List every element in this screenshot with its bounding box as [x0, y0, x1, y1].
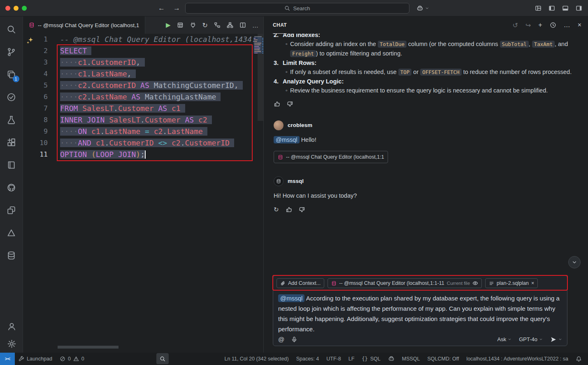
thumbs-down-icon[interactable]	[287, 101, 293, 107]
new-chat-icon[interactable]: +	[538, 21, 542, 29]
chat-input-box[interactable]: Add Context... -- @mssql Chat Query Edit…	[273, 275, 567, 346]
code-line[interactable]: 9····ON c1.LastName = c2.LastName	[23, 126, 263, 137]
code-line[interactable]: 2SELECT	[23, 45, 263, 57]
message-attachment-chip[interactable]: -- @mssql Chat Query Editor (localhost,1…	[274, 151, 388, 163]
change-connection-icon[interactable]: ↻	[202, 21, 208, 29]
thumbs-down-icon[interactable]	[299, 205, 305, 214]
context-chip-file[interactable]: -- @mssql Chat Query Editor (localhost,1…	[328, 278, 482, 288]
split-editor-icon[interactable]	[239, 22, 246, 28]
maximize-window-button[interactable]	[22, 6, 27, 11]
toggle-sidebar-icon[interactable]	[548, 5, 555, 12]
more-actions-icon[interactable]: …	[252, 22, 258, 29]
sidebar-item-run-debug[interactable]	[0, 109, 23, 131]
code-token: .	[100, 127, 105, 136]
send-button[interactable]	[550, 336, 562, 343]
sidebar-item-sql-server[interactable]	[0, 244, 23, 267]
sidebar-item-azure[interactable]	[0, 222, 23, 244]
inline-code: Freight	[290, 50, 316, 57]
estimated-plan-icon[interactable]	[214, 22, 221, 28]
model-dropdown[interactable]: GPT-4o	[519, 336, 543, 342]
accounts-button[interactable]	[0, 321, 23, 332]
code-line[interactable]: 3····c1.CustomerID,	[23, 57, 263, 68]
code-token: =	[140, 127, 154, 136]
code-line[interactable]: 1-- @mssql Chat Query Editor (localhost,…	[23, 34, 263, 45]
code-line[interactable]: 6····c2.LastName AS MatchingLastName	[23, 91, 263, 103]
retry-icon[interactable]: ↻	[274, 205, 279, 214]
toggle-secondary-sidebar-icon[interactable]	[576, 5, 582, 12]
sidebar-item-windows[interactable]	[0, 199, 23, 222]
status-cursor-position[interactable]: Ln 11, Col 20 (342 selected)	[221, 353, 293, 365]
mention-chip[interactable]: @mssql	[274, 136, 300, 143]
sidebar-item-testing[interactable]	[0, 86, 23, 109]
status-mssql[interactable]: MSSQL	[398, 353, 424, 365]
code-line[interactable]: 5····c2.CustomerID AS MatchingCustomerID…	[23, 80, 263, 91]
code-line[interactable]: 7FROM SalesLT.Customer AS c1	[23, 103, 263, 114]
copilot-sparkle-icon[interactable]	[26, 36, 34, 47]
close-window-button[interactable]	[5, 6, 10, 11]
context-chip-plan[interactable]: plan-2.sqlplan ×	[485, 278, 538, 288]
sidebar-item-search[interactable]	[0, 18, 23, 41]
scroll-to-bottom-button[interactable]	[568, 256, 581, 268]
code-token: ····	[60, 81, 78, 90]
toggle-panel-icon[interactable]	[562, 5, 569, 12]
status-encoding[interactable]: UTF-8	[323, 353, 344, 365]
status-sqlcmd[interactable]: SQLCMD: Off	[424, 353, 463, 365]
sidebar-item-github[interactable]	[0, 176, 23, 199]
eye-icon[interactable]	[472, 280, 478, 286]
run-query-button[interactable]: ▶	[166, 21, 171, 29]
mode-dropdown[interactable]: Ask	[497, 336, 512, 342]
minimize-window-button[interactable]	[14, 6, 19, 11]
remote-indicator[interactable]: ><	[0, 353, 15, 365]
sidebar-item-source-control[interactable]	[0, 41, 23, 63]
sidebar-item-docs[interactable]	[0, 154, 23, 176]
status-problems[interactable]: 0 0	[56, 353, 88, 365]
status-indentation[interactable]: Spaces: 4	[293, 353, 323, 365]
back-icon[interactable]: ←	[158, 4, 165, 12]
code-editor[interactable]: 1-- @mssql Chat Query Editor (localhost,…	[23, 34, 263, 353]
close-icon[interactable]: ×	[578, 21, 581, 29]
connect-icon[interactable]	[190, 22, 196, 28]
code-line[interactable]: 8INNER JOIN SalesLT.Customer AS c2	[23, 114, 263, 126]
status-copilot[interactable]	[384, 353, 398, 365]
mention-button[interactable]: @	[278, 336, 284, 343]
feedback-row	[274, 101, 578, 107]
code-token: c2	[78, 81, 87, 90]
microphone-icon[interactable]	[291, 336, 297, 343]
code-token	[91, 139, 96, 147]
copilot-menu-button[interactable]	[416, 0, 429, 16]
actual-plan-icon[interactable]	[227, 22, 233, 28]
editor-tab[interactable]: -- @mssql Chat Query Editor (localhost,1	[23, 16, 145, 34]
results-grid-icon[interactable]	[177, 22, 184, 28]
undo-icon[interactable]: ↺	[513, 21, 518, 29]
redo-icon[interactable]: ↪	[525, 21, 531, 29]
line-number: 9	[23, 126, 60, 137]
editor-scrollbar[interactable]	[258, 34, 263, 121]
code-line[interactable]: 4····c1.LastName,	[23, 68, 263, 80]
layout-grid-icon[interactable]	[535, 5, 542, 12]
chat-history-icon[interactable]	[550, 22, 556, 28]
status-connection[interactable]: localhost,1434 : AdventureWorksLT2022 : …	[462, 353, 572, 365]
code-line[interactable]: 11OPTION (LOOP JOIN);	[23, 149, 263, 160]
window-controls[interactable]	[5, 6, 27, 11]
status-launchpad[interactable]: Launchpad	[15, 353, 56, 365]
code-line[interactable]: 10····AND c1.CustomerID <> c2.CustomerID	[23, 137, 263, 149]
chevron-down-icon	[558, 337, 562, 341]
zoom-indicator[interactable]	[156, 353, 169, 364]
remove-context-icon[interactable]: ×	[531, 280, 534, 286]
sidebar-item-references[interactable]: 1	[0, 63, 23, 86]
code-token: CustomerID	[91, 81, 136, 90]
thumbs-up-icon[interactable]	[286, 205, 292, 214]
forward-icon[interactable]: →	[173, 4, 180, 12]
chat-input-text[interactable]: @mssql According to the execution plan s…	[273, 291, 567, 334]
tools-icon	[19, 356, 24, 362]
more-actions-icon[interactable]: …	[564, 21, 570, 29]
status-language[interactable]: {} SQL	[358, 353, 384, 365]
status-eol[interactable]: LF	[345, 353, 358, 365]
horizontal-scrollbar[interactable]	[58, 346, 119, 349]
sidebar-item-extensions[interactable]	[0, 131, 23, 154]
add-context-button[interactable]: Add Context...	[277, 278, 324, 288]
notifications-bell[interactable]	[572, 353, 586, 365]
command-center-search[interactable]: Search	[185, 3, 409, 14]
thumbs-up-icon[interactable]	[274, 101, 280, 107]
settings-button[interactable]	[0, 338, 23, 349]
